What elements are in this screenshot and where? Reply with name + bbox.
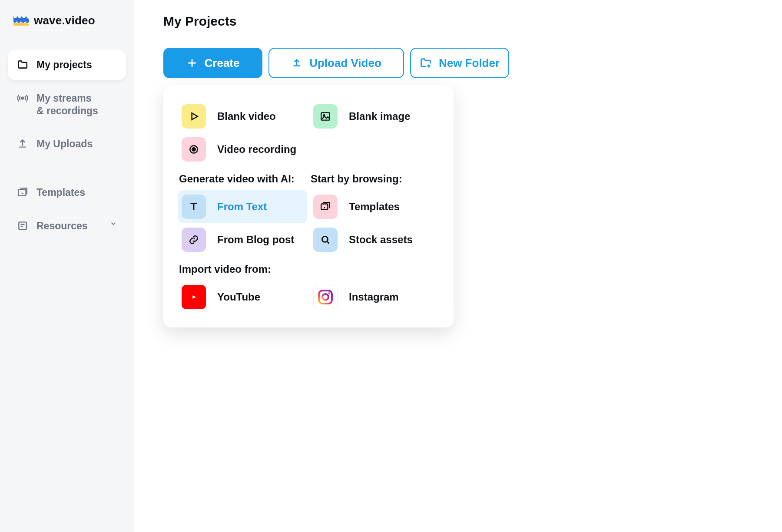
option-label: Instagram bbox=[349, 291, 399, 303]
option-templates[interactable]: Templates bbox=[310, 190, 439, 223]
search-icon bbox=[313, 228, 338, 252]
sidebar-divider bbox=[17, 167, 117, 167]
svg-point-8 bbox=[322, 236, 328, 242]
button-label: Create bbox=[205, 56, 240, 70]
templates-icon bbox=[313, 195, 338, 219]
svg-rect-7 bbox=[321, 204, 328, 210]
broadcast-icon bbox=[17, 92, 29, 104]
sidebar-item-label: Resources bbox=[36, 220, 88, 232]
button-label: Upload Video bbox=[309, 56, 381, 70]
option-label: Video recording bbox=[217, 143, 296, 155]
folder-plus-icon bbox=[420, 57, 432, 69]
plus-icon bbox=[186, 57, 198, 69]
option-blank-video[interactable]: Blank video bbox=[178, 100, 307, 133]
upload-icon bbox=[17, 138, 29, 150]
section-start-browsing: Start by browsing: bbox=[311, 173, 439, 185]
create-button[interactable]: Create bbox=[163, 48, 262, 78]
play-icon bbox=[182, 104, 206, 129]
create-dropdown-panel: Blank video Blank image Video recording bbox=[163, 85, 454, 327]
youtube-icon bbox=[182, 285, 206, 309]
option-instagram[interactable]: Instagram bbox=[310, 281, 439, 314]
chevron-down-icon bbox=[109, 220, 117, 228]
svg-rect-9 bbox=[319, 291, 332, 304]
option-label: From Text bbox=[217, 201, 267, 213]
templates-icon bbox=[17, 186, 29, 198]
button-label: New Folder bbox=[439, 56, 500, 70]
option-video-recording[interactable]: Video recording bbox=[178, 133, 307, 166]
text-icon bbox=[182, 195, 206, 219]
sidebar-item-my-projects[interactable]: My projects bbox=[8, 50, 126, 80]
sidebar: wave.video My projects My streams & reco bbox=[0, 0, 134, 532]
upload-video-button[interactable]: Upload Video bbox=[268, 48, 404, 78]
instagram-icon bbox=[313, 285, 338, 309]
main-content: My Projects Create Upload Video bbox=[134, 0, 782, 532]
sidebar-item-resources[interactable]: Resources bbox=[8, 211, 126, 241]
option-label: Blank image bbox=[349, 110, 410, 122]
option-label: Stock assets bbox=[349, 234, 413, 246]
brand-text: wave.video bbox=[34, 14, 95, 27]
sidebar-item-templates[interactable]: Templates bbox=[8, 178, 126, 208]
option-from-text[interactable]: From Text bbox=[178, 190, 307, 223]
svg-point-0 bbox=[22, 97, 24, 99]
section-import: Import video from: bbox=[179, 263, 439, 275]
page-title: My Projects bbox=[163, 14, 782, 29]
sidebar-item-label: My Uploads bbox=[36, 138, 93, 150]
svg-point-6 bbox=[192, 148, 196, 151]
brand: wave.video bbox=[8, 14, 126, 27]
action-row: Create Upload Video New Folder bbox=[163, 48, 782, 78]
option-blank-image[interactable]: Blank image bbox=[310, 100, 439, 133]
sidebar-item-label: My projects bbox=[36, 59, 92, 71]
folder-icon bbox=[17, 59, 29, 71]
nav-list: My projects My streams & recordings bbox=[8, 50, 126, 241]
section-generate-ai: Generate video with AI: bbox=[179, 173, 307, 185]
svg-point-11 bbox=[328, 292, 330, 294]
record-icon bbox=[182, 137, 206, 162]
image-icon bbox=[313, 104, 338, 129]
resources-icon bbox=[17, 220, 29, 232]
svg-point-10 bbox=[322, 294, 328, 300]
sidebar-item-label: Templates bbox=[36, 186, 85, 199]
option-youtube[interactable]: YouTube bbox=[178, 281, 307, 314]
new-folder-button[interactable]: New Folder bbox=[410, 48, 509, 78]
link-icon bbox=[182, 228, 206, 252]
sidebar-item-my-uploads[interactable]: My Uploads bbox=[8, 129, 126, 159]
option-stock-assets[interactable]: Stock assets bbox=[310, 223, 439, 256]
sidebar-item-label: My streams & recordings bbox=[36, 92, 98, 117]
wave-logo-icon bbox=[13, 15, 30, 26]
option-label: Blank video bbox=[217, 110, 276, 122]
option-label: YouTube bbox=[217, 291, 260, 303]
sidebar-item-my-streams[interactable]: My streams & recordings bbox=[8, 83, 126, 126]
option-label: From Blog post bbox=[217, 234, 294, 246]
upload-icon bbox=[291, 57, 302, 69]
option-label: Templates bbox=[349, 201, 400, 213]
option-from-blog[interactable]: From Blog post bbox=[178, 223, 307, 256]
